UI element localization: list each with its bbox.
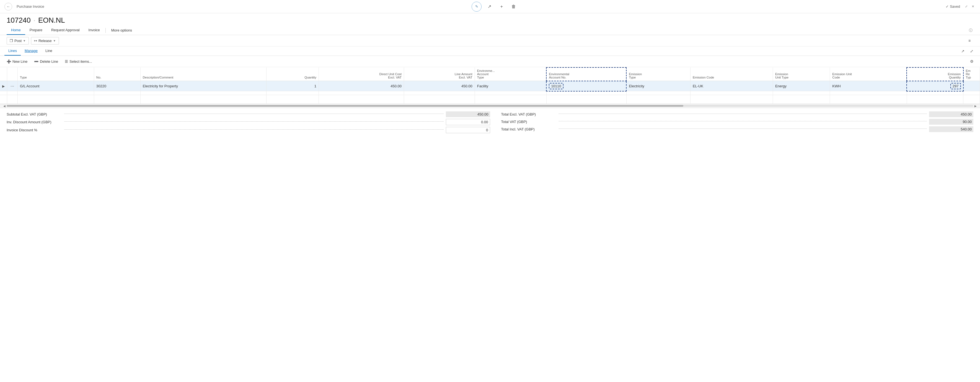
th-emission-unit-code[interactable]: Emission UnitCode <box>830 67 907 81</box>
action-bar: ❐ Post ▼ ↦ Release ▼ ≡ <box>0 35 980 46</box>
new-line-label: New Line <box>13 59 27 63</box>
cell-direct-unit-cost[interactable]: 450.00 <box>319 81 404 91</box>
totals-right: Total Excl. VAT (GBP) 450.00 Total VAT (… <box>490 111 974 133</box>
subtotal-value: 450.00 <box>446 111 490 117</box>
th-env-account-type[interactable]: Environme...AccountType <box>475 67 546 81</box>
th-menu <box>7 67 18 81</box>
release-button[interactable]: ↦ Release ▼ <box>31 37 59 44</box>
th-emission-unit-type[interactable]: EmissionUnit Type <box>773 67 830 81</box>
cell-description[interactable]: Electricity for Property <box>140 81 266 91</box>
collapse-button[interactable]: ✕ <box>970 4 975 10</box>
content-tab-manage[interactable]: Manage <box>21 46 41 55</box>
share-icon: ↗ <box>488 4 491 9</box>
table-row[interactable]: ▶ ⋯ G/L Account 30220 Electricity for Pr… <box>0 81 980 91</box>
back-button[interactable]: ← <box>5 3 12 11</box>
cell-emission-type[interactable]: Electricity <box>626 81 690 91</box>
lines-table: Type No. Description/Comment Quantity Di… <box>0 67 980 104</box>
row-menu-button[interactable]: ⋯ <box>10 84 15 89</box>
tab-home[interactable]: Home <box>6 26 25 35</box>
select-items-icon: ☰ <box>65 59 68 63</box>
select-items-button[interactable]: ☰ Select items... <box>62 58 94 65</box>
scroll-right-icon[interactable]: ▶ <box>974 105 978 108</box>
th-arrow <box>0 67 7 81</box>
release-icon: ↦ <box>34 39 37 43</box>
cell-line-amount[interactable]: 450.00 <box>404 81 475 91</box>
cell-env-account-type[interactable]: Facility <box>475 81 546 91</box>
cell-emission-code[interactable]: EL-UK <box>690 81 773 91</box>
th-env-account-no[interactable]: EnvironmentalAccount No. <box>546 67 626 81</box>
subtotal-label: Subtotal Excl. VAT (GBP) <box>6 112 62 116</box>
edit-icon: ✎ <box>475 5 478 9</box>
tab-prepare[interactable]: Prepare <box>25 26 47 35</box>
horizontal-scrollbar[interactable]: ◀ ▶ <box>0 104 980 108</box>
scroll-left-icon[interactable]: ◀ <box>2 105 6 108</box>
th-description[interactable]: Description/Comment <box>140 67 266 81</box>
new-line-button[interactable]: ➕ New Line <box>5 58 30 65</box>
total-incl-vat-dots <box>559 128 927 129</box>
content-tabs: Lines Manage Line ↗ ⤢ <box>0 46 980 56</box>
tab-more-options[interactable]: More options <box>107 26 137 35</box>
cell-em-type2[interactable] <box>963 81 980 91</box>
expand-button[interactable]: ⤢ <box>963 4 969 10</box>
th-line-amount[interactable]: Line AmountExcl. VAT <box>404 67 475 81</box>
post-icon: ❐ <box>10 39 13 43</box>
expand-icon: ⤢ <box>965 5 967 8</box>
th-quantity[interactable]: Quantity <box>267 67 319 81</box>
content-tab-line[interactable]: Line <box>41 46 56 55</box>
total-excl-vat-row: Total Excl. VAT (GBP) 450.00 <box>501 111 974 117</box>
delete-button[interactable]: 🗑 <box>509 2 518 11</box>
info-button[interactable]: ⓘ <box>968 28 974 33</box>
back-icon: ← <box>6 5 10 9</box>
cell-env-account-no[interactable]: 10110 <box>546 81 626 91</box>
th-emission-quantity[interactable]: EmissionQuantity <box>907 67 963 81</box>
select-items-label: Select items... <box>70 59 92 63</box>
cell-emission-unit-code[interactable]: KWH <box>830 81 907 91</box>
content-tab-lines[interactable]: Lines <box>5 46 21 55</box>
lines-settings-icon[interactable]: ⚙ <box>968 57 975 65</box>
scrollbar-thumb[interactable] <box>6 105 683 107</box>
delete-icon: 🗑 <box>511 4 516 9</box>
total-excl-vat-label: Total Excl. VAT (GBP) <box>501 112 557 116</box>
scrollbar-track[interactable] <box>6 105 974 107</box>
total-vat-label: Total VAT (GBP) <box>501 120 557 124</box>
totals-left: Subtotal Excl. VAT (GBP) 450.00 Inv. Dis… <box>6 111 490 133</box>
release-label: Release <box>38 39 52 43</box>
totals-section: Subtotal Excl. VAT (GBP) 450.00 Inv. Dis… <box>0 108 980 136</box>
invoice-discount-input[interactable] <box>446 127 490 133</box>
cell-type[interactable]: G/L Account <box>18 81 94 91</box>
collapse-icon: ✕ <box>972 5 974 8</box>
invoice-discount-label: Invoice Discount % <box>6 128 62 132</box>
document-vendor: EON.NL <box>38 16 65 25</box>
row-menu-cell[interactable]: ⋯ <box>7 81 18 91</box>
cell-quantity[interactable]: 1 <box>267 81 319 91</box>
layout-button[interactable]: ≡ <box>966 37 974 44</box>
post-dropdown-arrow: ▼ <box>23 39 26 42</box>
cell-no[interactable]: 30220 <box>94 81 140 91</box>
th-em-type2[interactable]: EmReTyp <box>963 67 980 81</box>
layout-icon: ≡ <box>968 38 970 43</box>
env-account-no-highlight: 10110 <box>549 83 563 89</box>
invoice-discount-dots <box>64 129 444 130</box>
th-direct-unit-cost[interactable]: Direct Unit CostExcl. VAT <box>319 67 404 81</box>
tab-invoice[interactable]: Invoice <box>84 26 104 35</box>
edit-button[interactable]: ✎ <box>472 2 482 12</box>
th-no[interactable]: No. <box>94 67 140 81</box>
post-button[interactable]: ❐ Post ▼ <box>6 37 29 44</box>
cell-emission-unit-type[interactable]: Energy <box>773 81 830 91</box>
lines-table-container: Type No. Description/Comment Quantity Di… <box>0 67 980 104</box>
row-arrow-cell: ▶ <box>0 81 7 91</box>
share-button[interactable]: ↗ <box>485 2 494 11</box>
inv-discount-input[interactable] <box>446 119 490 125</box>
th-emission-code[interactable]: Emission Code <box>690 67 773 81</box>
th-emission-type[interactable]: EmissionType <box>626 67 690 81</box>
total-excl-vat-value: 450.00 <box>929 111 974 117</box>
tab-request-approval[interactable]: Request Approval <box>47 26 84 35</box>
add-button[interactable]: + <box>497 2 506 11</box>
total-incl-vat-row: Total Incl. VAT (GBP) 540.00 <box>501 126 974 132</box>
fullscreen-icon[interactable]: ⤢ <box>968 47 975 55</box>
nav-divider <box>105 28 106 33</box>
cell-emission-quantity[interactable]: 297 <box>907 81 963 91</box>
delete-line-button[interactable]: ➖ Delete Line <box>32 58 60 65</box>
export-icon[interactable]: ↗ <box>959 47 967 55</box>
th-type[interactable]: Type <box>18 67 94 81</box>
